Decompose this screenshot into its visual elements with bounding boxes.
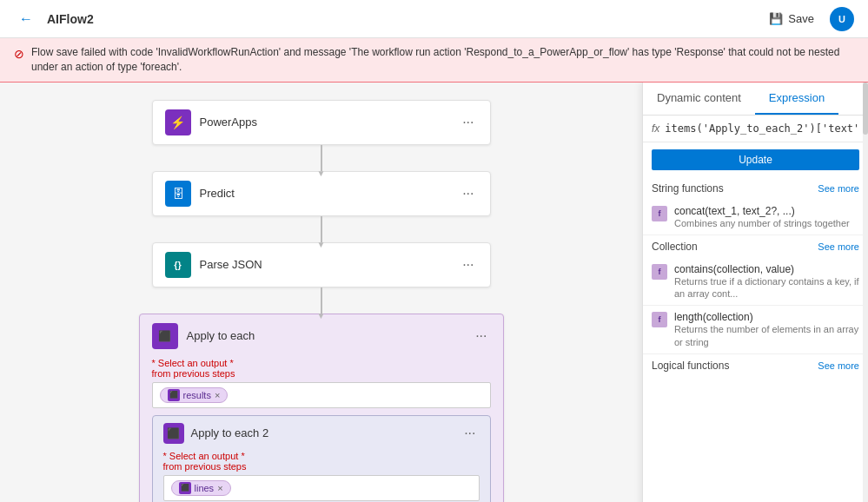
powerapps-icon: ⚡ — [165, 109, 191, 135]
contains-desc: Returns true if a dictionary contains a … — [674, 275, 859, 301]
error-banner: ⊘ Flow save failed with code 'InvalidWor… — [0, 38, 868, 83]
contains-name: contains(collection, value) — [674, 263, 859, 275]
predict-title: Predict — [200, 187, 235, 200]
powerapps-node-wrapper: ⚡ PowerApps ··· — [152, 100, 491, 171]
expression-input[interactable] — [665, 122, 859, 135]
back-button[interactable]: ← — [14, 7, 38, 31]
topbar-right: 💾 Save U — [760, 7, 854, 31]
results-token-close[interactable]: × — [215, 390, 220, 400]
parse-json-icon: {} — [165, 252, 191, 278]
lines-token: ⬛ lines × — [171, 480, 231, 496]
predict-node-wrapper: 🗄 Predict ··· — [152, 171, 491, 242]
app-title: AIFlow2 — [47, 12, 94, 26]
connector-3 — [321, 287, 322, 314]
apply-to-each-2-icon: ⬛ — [163, 423, 184, 444]
powerapps-menu-button[interactable]: ··· — [459, 113, 477, 132]
powerapps-node[interactable]: ⚡ PowerApps ··· — [152, 100, 491, 145]
logical-functions-see-more[interactable]: See more — [818, 360, 859, 371]
apply-to-each-select-row: * Select an output * from previous steps… — [152, 358, 491, 408]
parse-json-menu-button[interactable]: ··· — [459, 255, 477, 274]
apply-to-each-2-select-label: * Select an output * from previous steps — [163, 451, 480, 472]
apply-to-each-2-card: ⬛ Apply to each 2 ··· * Select an output… — [152, 415, 491, 502]
string-functions-see-more[interactable]: See more — [818, 183, 859, 194]
apply-to-each-card: ⬛ Apply to each ··· * Select an output *… — [139, 314, 504, 502]
error-message: Flow save failed with code 'InvalidWorkf… — [31, 45, 854, 75]
apply-to-each-title: Apply to each — [187, 329, 255, 342]
avatar[interactable]: U — [830, 7, 854, 31]
tab-dynamic-content[interactable]: Dynamic content — [643, 83, 755, 115]
apply-to-each-2-title: Apply to each 2 — [191, 426, 269, 439]
string-functions-section-header: String functions See more — [643, 177, 868, 200]
length-function-item[interactable]: f length(collection) Returns the number … — [643, 306, 868, 354]
concat-function-item[interactable]: f concat(text_1, text_2?, ...) Combines … — [643, 200, 868, 235]
logical-functions-section-header: Logical functions See more — [643, 354, 868, 377]
collection-section-header: Collection See more — [643, 235, 868, 258]
results-token-icon: ⬛ — [168, 389, 180, 401]
expression-tabs: Dynamic content Expression — [643, 83, 868, 116]
concat-desc: Combines any number of strings together — [674, 217, 850, 229]
expression-input-row: fx — [643, 116, 868, 142]
apply-to-each-2-select-row: * Select an output * from previous steps… — [163, 451, 480, 501]
fx-label: fx — [652, 122, 659, 135]
lines-token-close[interactable]: × — [217, 483, 222, 493]
canvas: ⚡ PowerApps ··· 🗄 Predict ··· {} — [0, 83, 868, 502]
length-desc: Returns the number of elements in an arr… — [674, 323, 859, 348]
connector-2 — [321, 216, 322, 242]
apply-to-each-body: * Select an output * from previous steps… — [140, 358, 503, 502]
lines-token-icon: ⬛ — [179, 482, 191, 494]
scrollbar-thumb[interactable] — [863, 83, 868, 135]
length-icon: f — [652, 312, 667, 327]
save-button[interactable]: 💾 Save — [760, 9, 823, 29]
results-token: ⬛ results × — [160, 387, 229, 403]
apply-to-each-menu-button[interactable]: ··· — [472, 327, 490, 346]
apply-to-each-2-menu-button[interactable]: ··· — [461, 424, 479, 443]
scrollbar-track — [863, 83, 868, 502]
expression-panel: Dynamic content Expression fx Update Str… — [642, 83, 868, 502]
length-name: length(collection) — [674, 311, 859, 323]
topbar-left: ← AIFlow2 — [14, 7, 94, 31]
update-button[interactable]: Update — [652, 149, 859, 170]
predict-icon: 🗄 — [165, 181, 191, 207]
contains-function-item[interactable]: f contains(collection, value) Returns tr… — [643, 258, 868, 307]
predict-menu-button[interactable]: ··· — [459, 184, 477, 203]
error-icon: ⊘ — [14, 46, 24, 63]
concat-icon: f — [652, 206, 667, 221]
apply-to-each-header[interactable]: ⬛ Apply to each ··· — [140, 314, 503, 358]
apply-to-each-token-input[interactable]: ⬛ results × — [152, 382, 491, 408]
collection-see-more[interactable]: See more — [818, 241, 859, 252]
apply-to-each-2-token-input[interactable]: ⬛ lines × — [163, 475, 480, 501]
powerapps-title: PowerApps — [200, 116, 257, 129]
topbar: ← AIFlow2 💾 Save U — [0, 0, 868, 38]
save-icon: 💾 — [769, 12, 783, 25]
contains-icon: f — [652, 264, 667, 280]
apply-to-each-icon: ⬛ — [152, 323, 178, 349]
tab-expression[interactable]: Expression — [755, 83, 838, 115]
apply-to-each-2-header[interactable]: ⬛ Apply to each 2 ··· — [153, 416, 490, 451]
connector-1 — [321, 145, 322, 171]
apply-to-each-select-label: * Select an output * from previous steps — [152, 358, 491, 379]
parse-json-node-wrapper: {} Parse JSON ··· — [152, 242, 491, 314]
flow-area: ⚡ PowerApps ··· 🗄 Predict ··· {} — [0, 83, 642, 502]
apply-to-each-2-body: * Select an output * from previous steps… — [153, 451, 490, 502]
parse-json-title: Parse JSON — [200, 258, 262, 271]
concat-name: concat(text_1, text_2?, ...) — [674, 205, 850, 217]
expression-scroll: String functions See more f concat(text_… — [643, 177, 868, 502]
